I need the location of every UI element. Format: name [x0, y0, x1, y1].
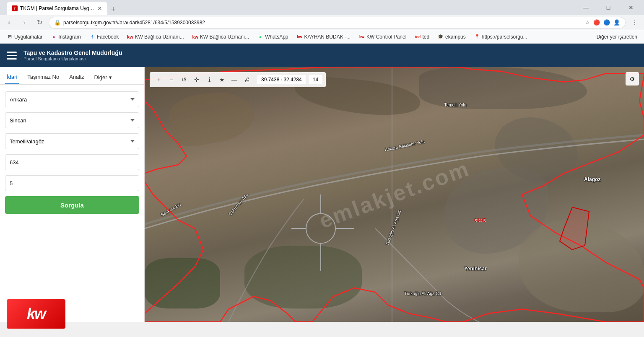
- extensions-button[interactable]: ⋮: [629, 17, 641, 29]
- tab-diger-label: Diğer: [94, 74, 107, 80]
- tab-close-button[interactable]: ✕: [97, 5, 102, 12]
- bookmark-ekampus-label: ekampüs: [445, 34, 466, 40]
- kw-letters: kw: [27, 305, 45, 322]
- bookmark-kw1-label: KW Bağlıca Uzmanı...: [135, 34, 184, 40]
- bookmark-ted[interactable]: ted ted: [411, 33, 433, 41]
- sidebar-tab-bar: İdari Taşınmaz No Analiz Diğer ▾: [0, 67, 144, 85]
- bookmark-kw2[interactable]: kw KW Bağlıca Uzmanı...: [189, 33, 252, 41]
- settings-gear-icon: ⚙: [630, 76, 635, 82]
- sidebar: İdari Taşınmaz No Analiz Diğer ▾ Ankara …: [0, 67, 145, 322]
- bookmark-kayhan-label: KAYHAN BUDAK -...: [304, 34, 351, 40]
- location-pin-icon: 📍: [474, 34, 480, 40]
- bookmark-more-label: Diğer yer işaretleri: [597, 34, 637, 40]
- ted-icon: ted: [415, 34, 421, 40]
- province-select[interactable]: Ankara: [5, 91, 139, 107]
- separator-icon: —: [229, 74, 240, 86]
- bookmark-parsorgu[interactable]: 📍 https://parselsorgu...: [471, 33, 531, 41]
- new-tab-button[interactable]: +: [107, 3, 119, 15]
- url-bar-icons: ☆ 🔴 🔵 👤: [585, 19, 620, 26]
- bookmark-facebook[interactable]: f Facebook: [86, 33, 122, 41]
- url-bar[interactable]: 🔒 parselsorgu.tkgm.gov.tr/#ara/idari/452…: [49, 17, 626, 29]
- address-bar: ‹ › ↻ 🔒 parselsorgu.tkgm.gov.tr/#ara/ida…: [0, 15, 644, 30]
- instagram-icon: ●: [51, 34, 57, 40]
- bookmark-whatsapp-label: WhatsApp: [265, 34, 288, 40]
- browser-tab[interactable]: T TKGM | Parsel Sorgulama Uygula... ✕: [7, 2, 107, 15]
- sidebar-form: Ankara Sincan Temelli/alagöz Sorgula: [0, 85, 144, 220]
- app-header: Tapu ve Kadastro Genel Müdürlüğü Parsel …: [0, 44, 644, 67]
- minimize-button[interactable]: —: [576, 1, 595, 14]
- extension-icon-2[interactable]: 🔵: [603, 19, 610, 26]
- bookmark-kw1[interactable]: kw KW Bağlıca Uzmanı...: [124, 33, 187, 41]
- tab-analiz[interactable]: Analiz: [68, 70, 86, 84]
- map-settings-button[interactable]: ⚙: [626, 72, 639, 86]
- kayhan-icon: kw: [297, 34, 303, 40]
- bookmarks-bar: ⊞ Uygulamalar ● Instagram f Facebook kw …: [0, 30, 644, 44]
- map-toolbar: + − ↺ ✛ ℹ ★ — 🖨 39.7438 · 32.4284 14: [150, 72, 326, 87]
- diger-dropdown-icon: ▾: [109, 74, 112, 80]
- ada-input[interactable]: [5, 154, 139, 170]
- zoom-out-button[interactable]: −: [166, 74, 177, 86]
- refresh-button[interactable]: ↺: [178, 74, 190, 86]
- app-name: Parsel Sorgulama Uygulaması: [23, 56, 122, 61]
- sorgula-button[interactable]: Sorgula: [5, 196, 139, 214]
- bookmark-ted-label: ted: [422, 34, 429, 40]
- bookmark-kw-control[interactable]: kw KW Control Panel: [356, 33, 410, 41]
- zoom-in-button[interactable]: +: [153, 74, 165, 86]
- close-button[interactable]: ✕: [621, 1, 641, 14]
- tab-favicon: T: [12, 5, 18, 11]
- tab-idari[interactable]: İdari: [5, 70, 19, 84]
- tab-tasinmaz[interactable]: Taşınmaz No: [26, 70, 61, 84]
- lock-icon: 🔒: [54, 19, 61, 26]
- hamburger-menu-button[interactable]: [7, 50, 17, 60]
- profile-icon[interactable]: 👤: [613, 19, 620, 26]
- bookmark-ekampus[interactable]: 🎓 ekampüs: [434, 33, 469, 41]
- tab-diger[interactable]: Diğer ▾: [93, 70, 114, 84]
- tab-title: TKGM | Parsel Sorgulama Uygula...: [20, 5, 95, 11]
- bookmark-whatsapp[interactable]: ● WhatsApp: [254, 33, 291, 41]
- apps-icon: ⊞: [7, 34, 13, 40]
- bookmark-apps[interactable]: ⊞ Uygulamalar: [3, 33, 46, 41]
- ekampus-icon: 🎓: [438, 34, 444, 40]
- reload-button[interactable]: ↻: [34, 17, 45, 29]
- bookmark-instagram-label: Instagram: [58, 34, 80, 40]
- bookmark-star-icon[interactable]: ☆: [585, 19, 590, 26]
- maximize-button[interactable]: □: [599, 1, 618, 14]
- org-name: Tapu ve Kadastro Genel Müdürlüğü: [23, 49, 122, 56]
- info-button[interactable]: ℹ: [203, 74, 215, 86]
- bookmark-kw2-label: KW Bağlıca Uzmanı...: [200, 34, 249, 40]
- bookmark-kayhan[interactable]: kw KAYHAN BUDAK -...: [293, 33, 354, 41]
- terrain-patch-green2: [145, 258, 220, 308]
- parsel-input[interactable]: [5, 175, 139, 191]
- crosshair-button[interactable]: ✛: [191, 74, 203, 86]
- terrain-patch-green: [244, 246, 362, 308]
- kw-logo: kw: [7, 299, 65, 322]
- bookmark-parsorgu-label: https://parselsorgu...: [482, 34, 527, 40]
- extension-icon-1[interactable]: 🔴: [593, 19, 600, 26]
- kw-icon-1: kw: [127, 34, 133, 40]
- kw-control-icon: kw: [359, 34, 365, 40]
- whatsapp-icon: ●: [257, 34, 263, 40]
- district-select[interactable]: Sincan: [5, 112, 139, 128]
- map-container[interactable]: emlakjet.com Alagöz Yenihisar Ankara Esk…: [145, 67, 644, 322]
- bookmark-apps-label: Uygulamalar: [14, 34, 42, 40]
- url-text: parselsorgu.tkgm.gov.tr/#ara/idari/45281…: [63, 20, 582, 26]
- forward-button[interactable]: ›: [18, 17, 30, 29]
- neighborhood-select[interactable]: Temelli/alagöz: [5, 133, 139, 149]
- kw-icon-2: kw: [192, 34, 198, 40]
- map-coordinates: 39.7438 · 32.4284: [257, 75, 306, 84]
- back-button[interactable]: ‹: [3, 17, 15, 29]
- bookmark-more[interactable]: Diğer yer işaretleri: [593, 33, 641, 41]
- bookmark-kw-control-label: KW Control Panel: [366, 34, 406, 40]
- bookmark-facebook-label: Facebook: [97, 34, 119, 40]
- print-button[interactable]: 🖨: [241, 74, 253, 86]
- bookmark-instagram[interactable]: ● Instagram: [47, 33, 84, 41]
- facebook-icon: f: [89, 34, 95, 40]
- star-button[interactable]: ★: [216, 74, 228, 86]
- kw-logo-area: kw: [7, 299, 65, 322]
- map-zoom-level: 14: [309, 75, 322, 84]
